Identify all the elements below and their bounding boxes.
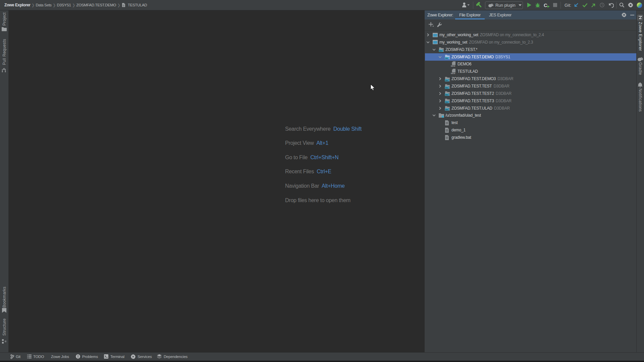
svg-text:DS: DS: [439, 50, 442, 52]
svg-text:DS: DS: [445, 79, 448, 81]
svg-text:DS: DS: [445, 109, 448, 111]
svg-text:DS: DS: [445, 101, 448, 103]
svg-text:MEM: MEM: [451, 65, 455, 67]
svg-text:DS: DS: [445, 57, 448, 59]
svg-text:C: C: [544, 2, 547, 8]
svg-text:DS: DS: [445, 94, 448, 96]
svg-text:MEM: MEM: [451, 72, 455, 74]
svg-text:DS: DS: [445, 86, 448, 88]
